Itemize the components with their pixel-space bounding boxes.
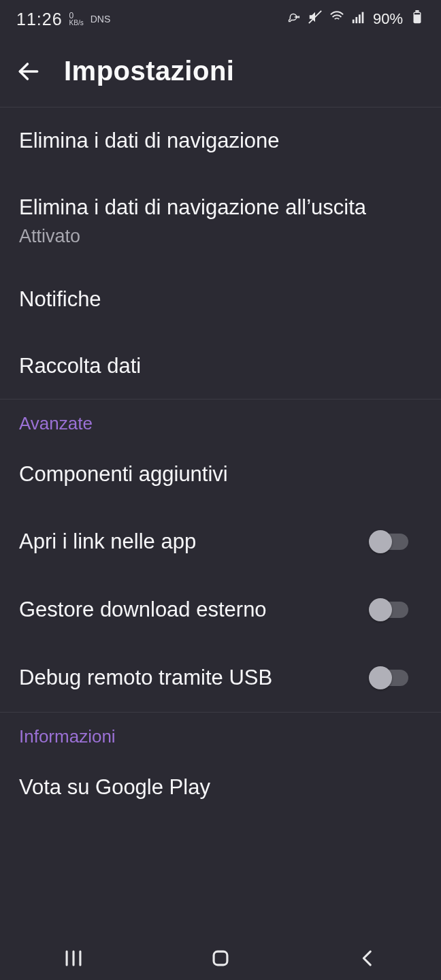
status-dns: DNS	[91, 14, 111, 24]
section-advanced: Avanzate	[0, 399, 441, 441]
status-bar: 11:26 0 KB/s DNS 90%	[0, 0, 441, 38]
svg-rect-1	[353, 20, 355, 23]
item-rate-google-play[interactable]: Vota su Google Play	[0, 754, 441, 821]
page-title: Impostazioni	[64, 56, 234, 86]
item-label: Raccolta dati	[19, 352, 422, 380]
system-nav-bar	[0, 936, 441, 980]
item-label: Elimina i dati di navigazione all’uscita	[19, 193, 422, 222]
item-label: Apri i link nelle app	[19, 527, 357, 556]
item-notifications[interactable]: Notifiche	[0, 266, 441, 333]
back-button[interactable]	[14, 56, 44, 86]
section-info: Informazioni	[0, 712, 441, 754]
item-addons[interactable]: Componenti aggiuntivi	[0, 441, 441, 508]
chevron-left-icon	[356, 947, 379, 970]
battery-icon	[410, 10, 425, 29]
item-label: Debug remoto tramite USB	[19, 664, 357, 692]
toggle-usb-debug[interactable]	[370, 663, 422, 693]
vpn-key-icon	[286, 10, 301, 29]
signal-icon	[351, 10, 366, 29]
item-external-download[interactable]: Gestore download esterno	[0, 576, 441, 644]
svg-rect-6	[415, 10, 419, 12]
home-icon	[209, 947, 232, 970]
item-label: Notifiche	[19, 285, 422, 314]
settings-list: Elimina i dati di navigazione Elimina i …	[0, 108, 441, 821]
item-usb-debug[interactable]: Debug remoto tramite USB	[0, 644, 441, 712]
svg-rect-12	[214, 951, 227, 965]
wifi-icon	[329, 10, 344, 29]
nav-home-button[interactable]	[180, 942, 261, 975]
item-clear-nav-data[interactable]: Elimina i dati di navigazione	[0, 108, 441, 174]
toggle-open-links[interactable]	[370, 527, 422, 557]
mute-icon	[308, 10, 323, 29]
svg-rect-4	[362, 12, 364, 23]
toggle-external-download[interactable]	[370, 595, 422, 625]
item-label: Gestore download esterno	[19, 595, 357, 624]
item-sublabel: Attivato	[19, 226, 422, 247]
status-net-speed: 0 KB/s	[69, 12, 84, 27]
svg-rect-7	[414, 13, 420, 14]
item-label: Elimina i dati di navigazione	[19, 127, 422, 155]
svg-rect-2	[355, 17, 357, 23]
arrow-left-icon	[16, 59, 42, 84]
app-header: Impostazioni	[0, 38, 441, 108]
item-data-collection[interactable]: Raccolta dati	[0, 333, 441, 399]
item-clear-on-exit[interactable]: Elimina i dati di navigazione all’uscita…	[0, 174, 441, 266]
svg-rect-3	[359, 14, 361, 23]
status-time: 11:26	[16, 10, 63, 29]
item-open-links-in-apps[interactable]: Apri i link nelle app	[0, 508, 441, 576]
nav-back-button[interactable]	[327, 942, 408, 975]
battery-percent: 90%	[373, 10, 403, 28]
status-right: 90%	[286, 10, 425, 29]
item-label: Componenti aggiuntivi	[19, 460, 422, 489]
recents-icon	[62, 947, 85, 970]
status-left: 11:26 0 KB/s DNS	[16, 10, 110, 29]
nav-recents-button[interactable]	[33, 942, 114, 975]
item-label: Vota su Google Play	[19, 773, 422, 802]
